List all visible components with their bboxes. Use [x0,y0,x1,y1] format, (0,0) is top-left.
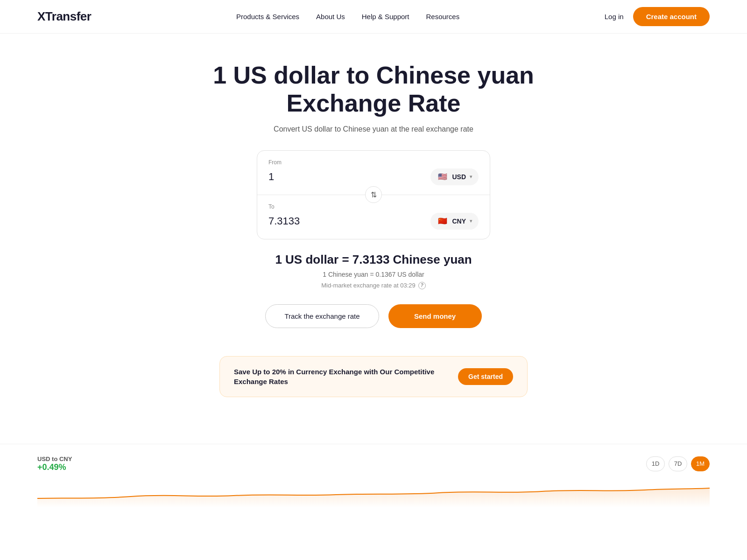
to-row: 7.3133 🇨🇳 CNY ▾ [268,213,479,230]
create-account-button[interactable]: Create account [633,7,710,26]
converter-card: From 🇺🇸 USD ▾ ⇅ To 7.3133 🇨🇳 CNY [257,150,490,239]
time-btn-1m[interactable]: 1M [691,456,710,471]
header: XTransfer Products & Services About Us H… [0,0,747,34]
logo-rest: Transfer [45,9,92,23]
from-label: From [268,159,479,166]
info-icon[interactable]: ? [418,282,426,289]
main-nav: Products & Services About Us Help & Supp… [236,13,459,21]
from-flag: 🇺🇸 [437,171,448,182]
to-amount: 7.3133 [268,215,395,227]
hero-subtitle: Convert US dollar to Chinese yuan at the… [274,125,473,133]
chart-pair-label: USD to CNY [37,455,72,462]
swap-icon: ⇅ [371,190,377,199]
from-currency-code: USD [452,173,466,181]
logo-x: X [37,9,45,23]
nav-resources[interactable]: Resources [426,13,460,21]
chart-section: USD to CNY +0.49% 1D 7D 1M [0,444,747,510]
send-money-button[interactable]: Send money [388,304,482,328]
from-amount-input[interactable] [268,171,395,183]
promo-banner: Save Up to 20% in Currency Exchange with… [219,356,528,397]
get-started-button[interactable]: Get started [458,368,513,385]
nav-products[interactable]: Products & Services [236,13,299,21]
chart-header: USD to CNY +0.49% 1D 7D 1M [37,455,710,472]
from-currency-selector[interactable]: 🇺🇸 USD ▾ [430,168,479,185]
result-secondary: 1 Chinese yuan = 0.1367 US dollar [323,271,424,278]
exchange-rate-chart [37,480,710,508]
mid-market-text: Mid-market exchange rate at 03:29 [321,282,416,289]
to-currency-selector[interactable]: 🇨🇳 CNY ▾ [430,213,479,230]
login-button[interactable]: Log in [605,13,624,21]
to-flag: 🇨🇳 [437,216,448,227]
nav-help[interactable]: Help & Support [362,13,409,21]
action-buttons: Track the exchange rate Send money [265,304,481,328]
time-btn-1d[interactable]: 1D [646,456,665,471]
result-main: 1 US dollar = 7.3133 Chinese yuan [275,252,472,267]
from-row: 🇺🇸 USD ▾ [268,168,479,185]
time-period-buttons: 1D 7D 1M [646,456,710,471]
track-exchange-rate-button[interactable]: Track the exchange rate [265,304,379,328]
promo-text: Save Up to 20% in Currency Exchange with… [234,367,458,386]
header-actions: Log in Create account [605,7,710,26]
to-label: To [268,203,479,210]
nav-about[interactable]: About Us [316,13,345,21]
to-currency-chevron: ▾ [470,218,472,224]
chart-change: +0.49% [37,462,72,472]
from-currency-chevron: ▾ [470,174,472,179]
mid-market-info: Mid-market exchange rate at 03:29 ? [321,282,426,289]
main-content: 1 US dollar to Chinese yuan Exchange Rat… [0,34,747,444]
logo[interactable]: XTransfer [37,9,91,24]
page-title: 1 US dollar to Chinese yuan Exchange Rat… [187,62,560,118]
to-currency-code: CNY [452,217,466,225]
time-btn-7d[interactable]: 7D [669,456,687,471]
chart-left: USD to CNY +0.49% [37,455,72,472]
swap-button[interactable]: ⇅ [365,186,382,203]
